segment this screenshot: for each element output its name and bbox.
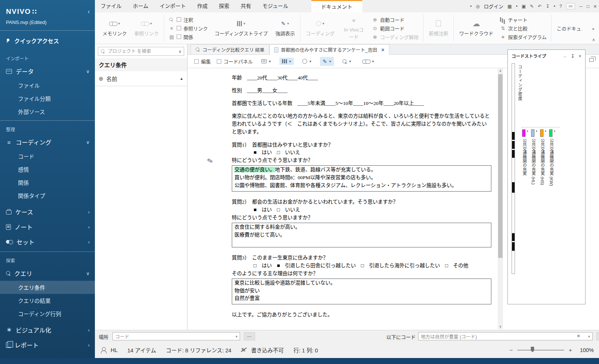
sidebar-collapse-icon[interactable]: ‹ [88,8,90,15]
expand-arrow-icon[interactable]: → [562,53,567,59]
coding-stripes-toggle-button[interactable]: ▾ [279,58,294,65]
menu-explore[interactable]: 探索 [213,0,235,12]
annotations-checkbox[interactable] [177,17,181,22]
chevron-right-icon[interactable]: › [88,239,90,245]
sidebar-item-file-classifications[interactable]: ファイル分類 [0,92,95,105]
code-toggle-button[interactable]: ▾ [300,57,314,65]
relationships-checkbox[interactable] [177,34,181,39]
links-toggle-button[interactable]: ▾ [360,58,377,65]
sidebar-item-visualize[interactable]: ∗ ビジュアル化 › [0,322,95,337]
menu-home[interactable]: ホーム [127,0,154,12]
zoom-slider-thumb[interactable] [531,347,534,352]
sidebar-item-relationships[interactable]: 関係 [0,176,95,189]
coding-density-bar[interactable] [512,63,515,274]
compare-with-row[interactable]: ⇅ 次と比較 [500,25,546,32]
see-also-link-button[interactable]: ▾ 参照リンク [131,12,162,44]
zoom-toggle-button[interactable]: ▾ [340,58,354,65]
chevron-right-icon[interactable]: › [88,327,90,333]
edit-checkbox[interactable] [194,59,199,64]
menu-file[interactable]: ファイル [95,0,127,12]
coding-stripes-button[interactable]: ▾ コーディングストライプ [211,12,272,44]
in-vivo-button[interactable]: ◈ In Vivoコード [338,12,369,44]
sidebar-item-codes[interactable]: コード [0,150,95,163]
code-stripe[interactable]: • 公共交通機関の充実 (HS) [540,129,549,185]
feedback-icon[interactable]: ▭ [566,3,575,9]
coded-highlight[interactable]: 交通の便が良い。 [234,167,275,172]
sidebar-item-query[interactable]: クエリ ∨ [0,266,95,281]
menu-share[interactable]: 共有 [235,0,257,12]
close-button[interactable]: × [593,3,597,9]
edit-icon[interactable]: ✎ [530,4,534,9]
sidebar-item-externals[interactable]: 外部ソース [0,105,95,118]
new-annotation-button[interactable]: 新規注釈 [425,12,452,44]
code-button[interactable]: ▾ コーディング [302,12,338,44]
expand-right-icon[interactable]: ▸ [593,27,594,31]
stripe-color-block[interactable] [522,129,525,137]
word-cloud-button[interactable]: ☁ ワードクラウド [455,12,497,44]
close-panel-icon[interactable]: × [578,53,581,59]
location-browse-button[interactable]: ••• [244,332,255,340]
sidebar-item-notes[interactable]: ノート › [0,219,95,234]
highlight-toggle-button[interactable]: ✎ ▾ [320,57,334,66]
stripe-color-block[interactable] [540,129,543,137]
collapse-ribbon-icon[interactable]: ∧ [592,37,595,42]
sidebar-item-files[interactable]: ファイル [0,79,95,92]
annotations-toggle-button[interactable]: ▾ [259,58,273,65]
document-scrollbar[interactable]: ∧ ∨ [498,68,503,329]
search-input[interactable] [108,49,176,54]
menu-document-tab[interactable]: ドキュメント [311,0,362,12]
minimize-button[interactable]: ─ [579,4,582,9]
sidebar-item-coding-matrix[interactable]: コーディング行列 [0,307,95,320]
menu-create[interactable]: 作成 [192,0,213,12]
chevron-right-icon[interactable]: › [88,209,90,215]
code-at-browse-button[interactable]: ••• [596,332,599,340]
dock-icon[interactable]: ↧ [571,53,575,59]
zoom-out-icon[interactable]: − [509,347,513,353]
chevron-down-icon[interactable]: ∨ [86,271,90,276]
dropdown-icon[interactable]: ▾ [236,334,237,339]
scroll-down-icon[interactable]: ∨ [498,324,503,329]
explore-diagram-row[interactable]: ∗ 探索ダイアグラム [500,33,546,40]
highlight-button[interactable]: ✎▾ 強調表示 [272,12,299,44]
sort-ascending-icon[interactable]: ▲ [180,76,183,81]
save-icon[interactable]: ▣ [522,4,526,9]
office-app-icon[interactable]: ▦ [507,4,512,9]
zoom-in-icon[interactable]: + [569,347,572,353]
code-stripe[interactable]: • 公共交通機関の充実 [522,129,531,175]
stripe-color-block[interactable] [531,129,534,137]
chevron-down-icon[interactable]: ∨ [86,69,90,74]
name-column-header[interactable]: ⊕ 名前 ▲ [95,71,187,86]
help-icon[interactable]: ? [559,4,562,9]
memo-link-button[interactable]: ▾ メモリンク [99,12,131,44]
chevron-right-icon[interactable]: › [88,342,90,348]
sidebar-item-sets[interactable]: セット › [0,234,95,249]
document-page[interactable]: ✎ 年齢 ____20代____30代____40代____ 性別 ____男_… [188,68,498,330]
tab-survey-document[interactable]: 首都圏の住みやすさに関するアンケート_吉田 × [269,44,389,55]
menu-import[interactable]: インポート [154,0,192,12]
chevron-down-icon[interactable]: ∨ [179,49,182,54]
auto-code-row[interactable]: ⊕ 自動コード [372,16,419,23]
tab-coding-comparison-query[interactable]: コーディング比較クエリ 結果 [191,44,269,54]
project-search-box[interactable]: ∨ [98,47,184,56]
customize-toolbar-icon[interactable]: ↧ [546,4,549,9]
code-stripe[interactable]: • 公共交通機関の充実 (KW) [549,129,558,186]
sidebar-item-data[interactable]: データ ∨ [0,64,95,79]
sidebar-item-query-results[interactable]: クエリの結果 [0,294,95,307]
edit-checkbox-row[interactable]: 編集 [194,58,211,65]
relationships-row[interactable]: ▤ 関係 [169,33,208,40]
maximize-button[interactable]: □ [587,4,589,9]
uncode-row[interactable]: ⊗ コーディング解除 [372,33,419,40]
stripe-color-block[interactable] [549,129,552,137]
code-stripe[interactable]: • 公共交通機関の充実 (HL) [531,129,540,184]
chevron-right-icon[interactable]: › [88,224,90,230]
sidebar-item-cases[interactable]: ケース › [0,204,95,219]
see-also-row[interactable]: ≡ 参照リンク [169,25,208,32]
code-panel-checkbox[interactable] [217,59,221,64]
sidebar-item-relationship-types[interactable]: 関係タイプ [0,189,95,202]
close-tab-icon[interactable]: × [381,47,384,53]
scroll-up-icon[interactable]: ∧ [498,68,503,73]
dropdown-icon[interactable]: ▾ [588,334,590,339]
undock-window-icon[interactable] [589,58,594,62]
avatar-icon[interactable]: ◎ [476,4,480,9]
close-coding-bar-icon[interactable]: × [577,333,580,339]
